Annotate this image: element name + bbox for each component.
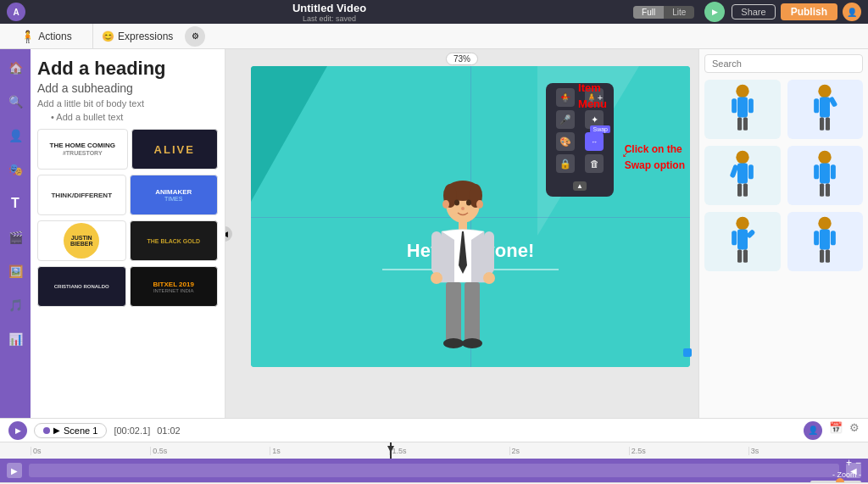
- scene-pill[interactable]: ▶ Scene 1: [34, 423, 107, 438]
- asset-item-animaker[interactable]: ANIMAKER TIMES: [130, 175, 219, 215]
- expressions-area[interactable]: 😊 Expressions: [93, 24, 181, 48]
- svg-rect-20: [737, 97, 748, 117]
- scene-name: Scene 1: [64, 426, 97, 436]
- zoom-label: - Zoom -: [832, 470, 861, 479]
- asset-item-alive[interactable]: ALIVE: [131, 129, 219, 170]
- assets-bullet: • Add a bullet text: [51, 112, 218, 122]
- ruler-0-5s: 0.5s: [150, 447, 270, 455]
- char-card-6[interactable]: [787, 212, 864, 271]
- svg-rect-29: [820, 117, 824, 130]
- svg-rect-11: [431, 231, 442, 274]
- ruler-2s: 2s: [509, 447, 629, 455]
- sidebar-icon-text[interactable]: T: [3, 192, 27, 215]
- mode-toggle[interactable]: Full Lite: [633, 6, 694, 19]
- asset-item-homecoming[interactable]: THE HOME COMING#TRUESTORY: [37, 129, 128, 170]
- char-card-3[interactable]: [704, 146, 781, 205]
- zoom-plus-minus: + −: [846, 457, 861, 469]
- char-card-4[interactable]: [787, 146, 864, 205]
- ctx-row-3: 🎨 ↔ Swap: [551, 132, 609, 151]
- video-title: Untitled Video: [25, 2, 633, 14]
- item-menu-annotation: ItemMenu: [578, 80, 607, 112]
- sidebar-icon-music[interactable]: 🎵: [3, 293, 27, 317]
- ctx-swap-icon[interactable]: ↔ Swap: [585, 132, 604, 151]
- timeline-settings-icon[interactable]: ⚙: [849, 421, 860, 440]
- svg-point-13: [431, 272, 442, 284]
- assets-panel: Add a heading Add a subheading Add a lit…: [31, 49, 225, 418]
- svg-rect-32: [737, 163, 748, 183]
- collapse-panel-button[interactable]: ◀: [225, 226, 232, 242]
- svg-rect-50: [820, 229, 830, 249]
- timeline-calendar-icon[interactable]: 📅: [829, 421, 843, 440]
- share-button[interactable]: Share: [732, 4, 775, 19]
- swap-annotation: Click on theSwap option: [625, 141, 685, 173]
- timeline-play-button[interactable]: [8, 421, 27, 440]
- ctx-trash-icon[interactable]: 🗑: [585, 154, 604, 173]
- scene-canvas[interactable]: Hey everyone!: [251, 66, 690, 367]
- svg-rect-24: [743, 117, 748, 130]
- timeline-time-total: 01:02: [157, 426, 181, 436]
- sidebar-icon-character[interactable]: 👤: [3, 124, 27, 147]
- expressions-icon: 😊: [102, 31, 114, 42]
- scene-pill-play: ▶: [53, 426, 60, 435]
- svg-point-4: [442, 200, 449, 209]
- asset-item-blackgold[interactable]: THE BLACK GOLD: [130, 220, 219, 261]
- character-figure[interactable]: [425, 181, 501, 367]
- sidebar-icon-media[interactable]: 🎬: [3, 225, 27, 249]
- svg-point-17: [443, 338, 464, 348]
- canvas-area: ◀ 73% Hey everyone!: [225, 49, 698, 418]
- expressions-label: Expressions: [118, 31, 173, 42]
- actions-area[interactable]: 🧍 Actions: [0, 24, 93, 48]
- track-expand-button[interactable]: ▶: [7, 463, 22, 478]
- sidebar-icon-templates[interactable]: 🖼️: [3, 259, 27, 283]
- svg-rect-30: [826, 117, 830, 130]
- zoom-minus-button[interactable]: −: [855, 457, 861, 469]
- settings-button[interactable]: ⚙: [185, 26, 205, 47]
- asset-row-4: CRISTIANO RONALDO BITXEL 2019 INTERNET I…: [37, 266, 218, 307]
- char-card-1[interactable]: [704, 80, 781, 139]
- asset-item-bitxel[interactable]: BITXEL 2019 INTERNET INDIA: [130, 266, 219, 307]
- actions-label: Actions: [38, 31, 71, 42]
- sidebar-icon-search[interactable]: 🔍: [3, 90, 27, 114]
- svg-point-43: [736, 217, 748, 230]
- ctx-mic-icon[interactable]: 🎤: [556, 110, 575, 129]
- svg-rect-47: [737, 249, 742, 262]
- track-area: ▶ ◀ + − - Zoom -: [0, 459, 868, 482]
- asset-item-think[interactable]: THINK/DIFFERENT: [37, 175, 126, 215]
- sidebar-icon-charts[interactable]: 📊: [3, 327, 27, 351]
- timeline-ruler: 0s 0.5s 1s 1.5s 2s 2.5s 3s: [0, 442, 868, 459]
- selection-handle: [683, 348, 692, 357]
- sidebar-icon-home[interactable]: 🏠: [3, 56, 27, 80]
- scene-dot: [43, 427, 50, 434]
- mode-lite[interactable]: Lite: [664, 6, 694, 19]
- svg-rect-21: [732, 98, 737, 113]
- mode-full[interactable]: Full: [633, 6, 664, 19]
- char-card-2[interactable]: [787, 80, 864, 139]
- preview-play-button[interactable]: [704, 2, 725, 22]
- scene-background: Hey everyone!: [251, 66, 690, 367]
- svg-point-5: [476, 200, 483, 209]
- publish-button[interactable]: Publish: [781, 3, 837, 20]
- zoom-plus-button[interactable]: +: [846, 457, 852, 469]
- ruler-marks: 0s 0.5s 1s 1.5s 2s 2.5s 3s: [0, 447, 868, 455]
- assets-heading: Add a heading: [37, 58, 218, 80]
- zoom-level[interactable]: 73%: [446, 53, 478, 65]
- ctx-color-icon[interactable]: 🎨: [556, 132, 575, 151]
- sidebar-icon-props[interactable]: 🎭: [3, 158, 27, 181]
- char-card-5[interactable]: [704, 212, 781, 271]
- ctx-row-4: 🔒 🗑: [551, 154, 609, 173]
- asset-row-2: THINK/DIFFERENT ANIMAKER TIMES: [37, 175, 218, 215]
- svg-rect-35: [737, 183, 742, 196]
- svg-rect-33: [729, 164, 738, 179]
- svg-point-49: [819, 217, 832, 230]
- ctx-lock-icon[interactable]: 🔒: [556, 154, 575, 173]
- assets-subheading: Add a subheading: [37, 81, 218, 95]
- ruler-2-5s: 2.5s: [629, 447, 748, 455]
- characters-grid: [704, 80, 863, 271]
- svg-rect-51: [814, 231, 819, 245]
- svg-point-19: [736, 85, 748, 97]
- asset-item-justin[interactable]: JUSTINBIEBER: [37, 220, 126, 261]
- track-bar: [29, 464, 839, 477]
- asset-item-cristiano[interactable]: CRISTIANO RONALDO: [37, 266, 126, 307]
- search-input[interactable]: [704, 54, 863, 73]
- svg-rect-52: [831, 231, 836, 245]
